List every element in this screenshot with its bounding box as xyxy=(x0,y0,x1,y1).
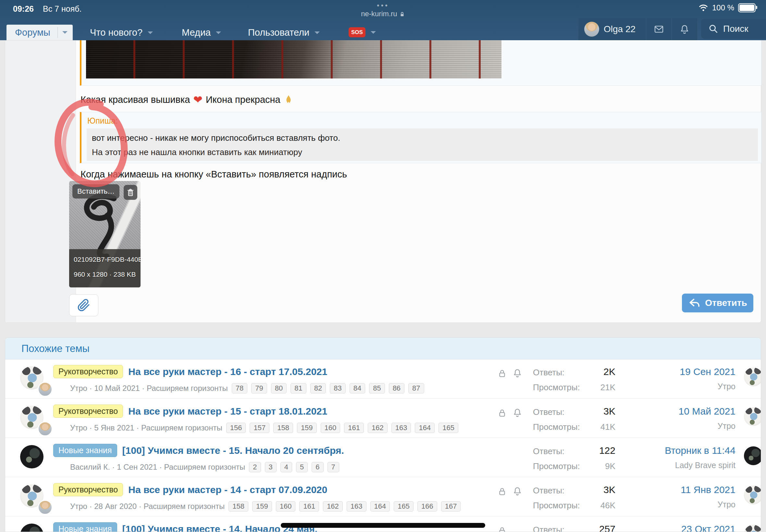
panda-avatar[interactable] xyxy=(744,525,761,532)
delete-attachment-button[interactable] xyxy=(124,185,137,200)
woman-avatar[interactable] xyxy=(38,421,53,436)
topic-title-link[interactable]: [100] Учимся вместе - 15. Начало 20 сент… xyxy=(122,445,344,456)
topic-title-link[interactable]: На все руки мастер - 15 - старт 18.01.20… xyxy=(128,406,327,417)
page-link[interactable]: 78 xyxy=(232,383,247,393)
lock-icon xyxy=(497,486,507,497)
chevron-down-icon[interactable] xyxy=(314,31,320,37)
chevron-down-icon[interactable] xyxy=(148,31,153,37)
nav-users-label: Пользователи xyxy=(248,27,309,38)
reply-button[interactable]: Ответить xyxy=(682,294,753,312)
quote-author[interactable]: Юпиша: xyxy=(87,116,118,126)
last-post-date[interactable]: 19 Сен 2021 xyxy=(638,366,736,377)
user-name: Olga 22 xyxy=(604,24,636,34)
page-link[interactable]: 2 xyxy=(249,462,261,472)
page-link[interactable]: 81 xyxy=(290,383,306,393)
page-link[interactable]: 162 xyxy=(368,423,388,433)
topic-title-link[interactable]: На все руки мастер - 14 - старт 07.09.20… xyxy=(128,484,327,495)
page-link[interactable]: 84 xyxy=(349,383,365,393)
last-post-date[interactable]: 11 Янв 2021 xyxy=(638,484,736,495)
page-link[interactable]: 83 xyxy=(330,383,345,393)
topic-tag[interactable]: Рукотворчество xyxy=(53,405,123,418)
page-link[interactable]: 4 xyxy=(280,462,292,472)
nav-user-panel: Olga 22 xyxy=(578,18,697,40)
page-link[interactable]: 160 xyxy=(276,501,296,512)
page-link[interactable]: 86 xyxy=(389,383,405,393)
woman-avatar[interactable] xyxy=(38,382,53,397)
tab-forums[interactable]: Форумы xyxy=(6,25,73,40)
topic-meta: Утро · 10 Май 2021 · Расширяем горизонты xyxy=(70,384,228,393)
last-post-date[interactable]: Вторник в 11:44 xyxy=(638,445,736,456)
attachment-thumbnail[interactable]: Вставить… 021092B7-F9DB-440E-… 960 x 128… xyxy=(69,181,140,287)
paperclip-icon xyxy=(77,299,90,312)
topic-row: РукотворчествоНа все руки мастер - 16 - … xyxy=(5,359,761,398)
page-link[interactable]: 167 xyxy=(441,501,461,512)
page-link[interactable]: 156 xyxy=(226,423,246,433)
panda-avatar[interactable] xyxy=(744,486,761,504)
topic-tag[interactable]: Новые знания xyxy=(53,444,117,457)
page-link[interactable]: 5 xyxy=(296,462,308,472)
status-right: 100 % xyxy=(699,3,756,12)
page-link[interactable]: 3 xyxy=(265,462,276,472)
page-link[interactable]: 6 xyxy=(311,462,323,472)
topic-title-link[interactable]: На все руки мастер - 16 - старт 17.05.20… xyxy=(128,366,327,377)
page-link[interactable]: 160 xyxy=(321,423,340,433)
page-link[interactable]: 166 xyxy=(418,501,437,512)
chevron-down-icon[interactable] xyxy=(62,31,67,36)
alerts-button[interactable] xyxy=(672,24,697,35)
quoted-image-block xyxy=(80,40,761,86)
topic-tag[interactable]: Рукотворчество xyxy=(53,365,123,378)
topic-tag[interactable]: Рукотворчество xyxy=(53,483,123,496)
page-link[interactable]: 164 xyxy=(370,501,390,512)
quoted-photo-fabric[interactable] xyxy=(86,40,502,79)
page-link[interactable]: 163 xyxy=(346,501,366,512)
attach-file-button[interactable] xyxy=(69,294,98,316)
dark-avatar[interactable] xyxy=(20,445,43,468)
lock-icon xyxy=(497,368,507,379)
chevron-down-icon[interactable] xyxy=(371,31,376,36)
topic-tag[interactable]: Новые знания xyxy=(53,522,117,532)
home-indicator[interactable] xyxy=(281,523,485,528)
search-button[interactable]: Поиск xyxy=(701,19,766,39)
lock-icon-wrap xyxy=(497,408,507,419)
inbox-button[interactable] xyxy=(646,24,672,34)
page-link[interactable]: 158 xyxy=(273,423,293,433)
page-link[interactable]: 161 xyxy=(299,501,319,512)
page-link[interactable]: 165 xyxy=(439,423,458,433)
page-link[interactable]: 87 xyxy=(408,383,424,393)
page-link[interactable]: 163 xyxy=(392,423,411,433)
nav-sos[interactable]: SOS xyxy=(348,27,376,37)
page-link[interactable]: 85 xyxy=(369,383,385,393)
page-link[interactable]: 7 xyxy=(327,462,339,472)
account-menu[interactable]: Olga 22 xyxy=(578,22,646,37)
dark-avatar[interactable] xyxy=(744,446,761,465)
page-link[interactable]: 79 xyxy=(251,383,267,393)
page-link[interactable]: 161 xyxy=(344,423,364,433)
page-link[interactable]: 165 xyxy=(394,501,414,512)
page-link[interactable]: 80 xyxy=(271,383,286,393)
last-post-date[interactable]: 10 Май 2021 xyxy=(638,406,736,417)
lock-icon-wrap xyxy=(497,368,507,380)
nav-whats-new[interactable]: Что нового? xyxy=(90,27,153,38)
dark-avatar[interactable] xyxy=(20,524,43,532)
post-author-column xyxy=(5,41,76,322)
bell-icon xyxy=(512,407,523,418)
insert-button[interactable]: Вставить… xyxy=(72,184,119,199)
page-link[interactable]: 159 xyxy=(252,501,272,512)
page-link[interactable]: 82 xyxy=(310,383,326,393)
nav-users[interactable]: Пользователи xyxy=(248,27,320,38)
last-post-date[interactable]: 23 Окт 2021 xyxy=(638,524,736,532)
chevron-down-icon[interactable] xyxy=(216,31,221,37)
panda-avatar[interactable] xyxy=(744,368,761,386)
page-link[interactable]: 157 xyxy=(249,423,269,433)
panda-avatar[interactable] xyxy=(744,407,761,426)
page-link[interactable]: 159 xyxy=(297,423,317,433)
page-link[interactable]: 162 xyxy=(323,501,343,512)
woman-avatar[interactable] xyxy=(38,500,53,515)
page-link[interactable]: 164 xyxy=(415,423,435,433)
replies-value: 2K xyxy=(577,366,615,377)
post-caption: Какая красивая вышивка ❤ Икона прекрасна xyxy=(80,93,293,106)
page-link[interactable]: 158 xyxy=(228,501,248,512)
nav-media[interactable]: Медиа xyxy=(182,27,221,38)
address-bar[interactable]: ne-kurim.ru xyxy=(0,10,766,18)
topic-meta-line: Утро · 5 Янв 2021 · Расширяем горизонты1… xyxy=(70,423,458,433)
